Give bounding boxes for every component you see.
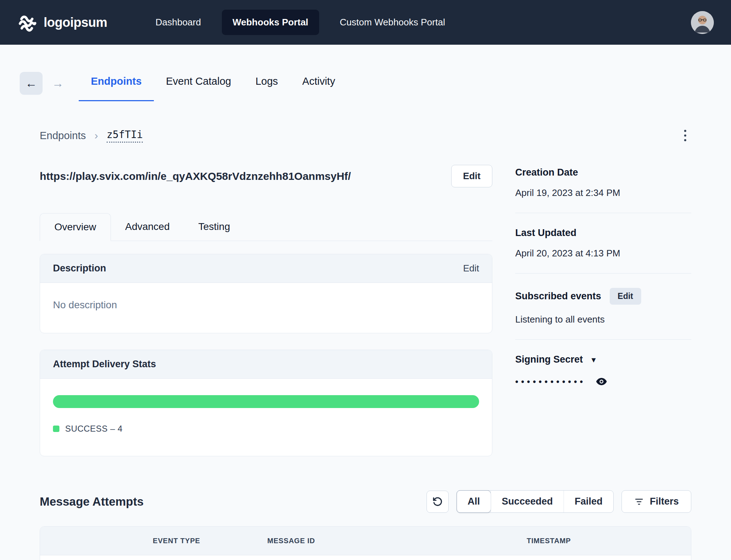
forward-button[interactable]: →: [52, 77, 64, 90]
chevron-right-icon: ›: [94, 129, 98, 142]
top-navbar: logoipsum Dashboard Webhooks Portal Cust…: [0, 0, 731, 45]
delivery-stats-card: Attempt Delivery Stats SUCCESS – 4: [40, 350, 492, 456]
creation-date-label: Creation Date: [515, 167, 691, 178]
signing-secret-masked: ••••••••••••: [515, 377, 586, 386]
status-filter-group: All Succeeded Failed: [457, 490, 614, 513]
refresh-button[interactable]: [427, 491, 449, 513]
attempts-controls: All Succeeded Failed Filters: [427, 490, 691, 513]
endpoint-main-column: https://play.svix.com/in/e_qyAXKQ58rVdzn…: [40, 165, 492, 456]
filters-button-label: Filters: [650, 496, 679, 507]
logo-wave-icon: [17, 13, 37, 33]
edit-description-button[interactable]: Edit: [463, 263, 479, 274]
delivery-stats-card-header: Attempt Delivery Stats: [40, 350, 492, 379]
forward-arrow-icon: →: [52, 77, 64, 90]
nav-item-webhooks-portal[interactable]: Webhooks Portal: [222, 10, 319, 35]
endpoint-details-sidebar: Creation Date April 19, 2023 at 2:34 PM …: [515, 165, 691, 388]
primary-nav: Dashboard Webhooks Portal Custom Webhook…: [145, 10, 691, 35]
breadcrumb-row: Endpoints › z5fTIi: [40, 127, 691, 144]
endpoint-url: https://play.svix.com/in/e_qyAXKQ58rVdzn…: [40, 170, 351, 182]
back-arrow-icon: ←: [25, 77, 37, 90]
signing-secret-toggle[interactable]: Signing Secret ▾: [515, 354, 691, 365]
edit-subscribed-events-button[interactable]: Edit: [610, 288, 641, 305]
filters-button[interactable]: Filters: [622, 490, 691, 513]
breadcrumb-endpoints[interactable]: Endpoints: [40, 130, 86, 142]
portal-tabs-row: ← → Endpoints Event Catalog Logs Activit…: [0, 65, 731, 101]
tab-endpoints[interactable]: Endpoints: [79, 65, 154, 101]
tab-event-catalog[interactable]: Event Catalog: [154, 65, 243, 101]
subscribed-events-block: Subscribed events Edit Listening to all …: [515, 288, 691, 325]
filter-failed-button[interactable]: Failed: [564, 491, 613, 512]
divider: [515, 273, 691, 274]
reveal-secret-button[interactable]: [595, 375, 608, 388]
creation-date-value: April 19, 2023 at 2:34 PM: [515, 187, 691, 198]
message-attempts-table: EVENT TYPE MESSAGE ID TIMESTAMP ✓ Succee…: [40, 526, 691, 560]
breadcrumb: Endpoints › z5fTIi: [40, 129, 143, 143]
nav-item-dashboard[interactable]: Dashboard: [145, 10, 212, 35]
filter-all-button[interactable]: All: [457, 490, 491, 513]
tab-overview[interactable]: Overview: [40, 213, 111, 241]
tab-advanced[interactable]: Advanced: [111, 213, 184, 241]
delivery-stats-card-body: SUCCESS – 4: [40, 379, 492, 456]
description-card-body: No description: [40, 283, 492, 333]
filter-succeeded-button[interactable]: Succeeded: [491, 491, 564, 512]
last-updated-block: Last Updated April 20, 2023 at 4:13 PM: [515, 227, 691, 259]
nav-item-custom-webhooks-portal[interactable]: Custom Webhooks Portal: [329, 10, 456, 35]
eye-icon: [595, 375, 608, 388]
signing-secret-value-row: ••••••••••••: [515, 375, 691, 388]
endpoint-options-menu-button[interactable]: [679, 127, 691, 144]
table-row[interactable]: ✓ Succeeded invoice.created msg_2cJyg8l1…: [40, 555, 691, 560]
message-attempts-title: Message Attempts: [40, 495, 143, 509]
signing-secret-label: Signing Secret: [515, 354, 583, 365]
page-content: Endpoints › z5fTIi https://play.svix.com…: [0, 127, 731, 560]
tab-logs[interactable]: Logs: [243, 65, 290, 101]
chevron-down-icon: ▾: [591, 355, 596, 365]
delivery-stat-legend: SUCCESS – 4: [53, 424, 479, 434]
delivery-stat-bar: [53, 395, 479, 408]
message-attempts-header: Message Attempts All Succeeded Failed: [40, 490, 691, 513]
portal-tabs: Endpoints Event Catalog Logs Activity: [79, 65, 347, 101]
tab-testing[interactable]: Testing: [184, 213, 244, 241]
filter-icon: [634, 497, 644, 507]
subscribed-events-value: Listening to all events: [515, 314, 691, 325]
back-button[interactable]: ←: [20, 72, 43, 95]
logo-text: logoipsum: [44, 15, 107, 30]
message-id-column-header: MESSAGE ID: [267, 537, 527, 545]
last-updated-value: April 20, 2023 at 4:13 PM: [515, 248, 691, 259]
description-title: Description: [53, 263, 106, 274]
endpoint-detail-tabs: Overview Advanced Testing: [40, 213, 492, 241]
edit-endpoint-url-button[interactable]: Edit: [451, 165, 492, 187]
last-updated-label: Last Updated: [515, 227, 691, 239]
main-grid: https://play.svix.com/in/e_qyAXKQ58rVdzn…: [40, 165, 691, 456]
table-header-row: EVENT TYPE MESSAGE ID TIMESTAMP: [40, 527, 691, 555]
description-empty-text: No description: [53, 299, 479, 311]
divider: [515, 339, 691, 340]
breadcrumb-endpoint-id[interactable]: z5fTIi: [107, 129, 143, 143]
user-avatar[interactable]: [691, 11, 714, 34]
logo[interactable]: logoipsum: [17, 13, 107, 33]
description-card-header: Description Edit: [40, 254, 492, 283]
success-legend-swatch: [53, 426, 59, 432]
signing-secret-block: Signing Secret ▾ ••••••••••••: [515, 354, 691, 388]
description-card: Description Edit No description: [40, 254, 492, 333]
divider: [515, 213, 691, 213]
refresh-icon: [432, 496, 443, 507]
success-legend-label: SUCCESS – 4: [65, 424, 122, 434]
tab-activity[interactable]: Activity: [290, 65, 347, 101]
creation-date-block: Creation Date April 19, 2023 at 2:34 PM: [515, 167, 691, 198]
endpoint-url-row: https://play.svix.com/in/e_qyAXKQ58rVdzn…: [40, 165, 492, 187]
subscribed-events-label: Subscribed events: [515, 291, 601, 302]
timestamp-column-header: TIMESTAMP: [527, 537, 659, 545]
message-attempts-section: Message Attempts All Succeeded Failed: [40, 490, 691, 560]
delivery-stats-title: Attempt Delivery Stats: [53, 359, 156, 370]
event-type-column-header: EVENT TYPE: [153, 537, 267, 545]
